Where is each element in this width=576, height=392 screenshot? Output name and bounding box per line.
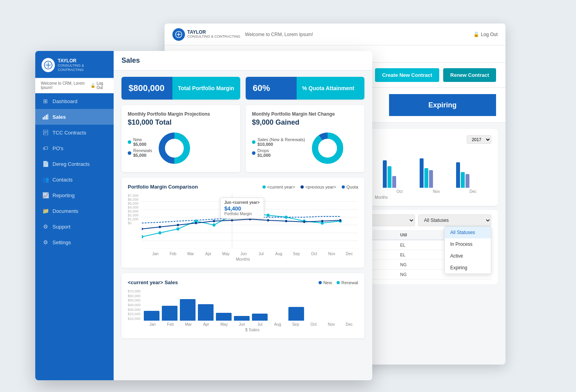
month-dec: Dec xyxy=(456,189,490,194)
sidebar-logo-icon xyxy=(42,58,55,72)
kpi-row: $800,000 Total Portfolio Margin 60% % Qu… xyxy=(121,77,364,100)
tcc-contracts-icon xyxy=(42,129,49,136)
sales-bar-jul-new xyxy=(252,314,268,321)
sidebar-item-reporting[interactable]: 📈 Reporting xyxy=(35,187,114,203)
legend-sales-new-renewals: Sales (New & Renewals)$10,000 xyxy=(252,137,305,147)
renewals-dot xyxy=(128,151,131,155)
svg-rect-9 xyxy=(46,115,47,120)
line-chart-x-labels: Jan Feb Mar Apr May Jun Jul Aug Sep Oct … xyxy=(128,252,358,256)
svg-point-44 xyxy=(213,220,215,222)
back-logout-button[interactable]: 🔓 Log Out xyxy=(473,32,498,37)
line-chart-header: Portfolio Margin Comparison <current yea… xyxy=(128,184,358,190)
lbl-feb: Feb xyxy=(164,252,182,256)
dropdown-in-process[interactable]: In Process xyxy=(445,238,491,250)
lbl-may: May xyxy=(217,252,235,256)
projections-donut xyxy=(157,131,192,166)
quota-dot xyxy=(342,185,345,189)
lbl-jul: Jul xyxy=(252,252,270,256)
sidebar-item-dashboard[interactable]: ⊞ Dashboard xyxy=(35,93,114,109)
sales-dashboard-window: TAYLOR CONSULTING & CONTRACTING Welcome … xyxy=(35,51,372,380)
page-header: Sales xyxy=(114,51,372,71)
bar-ea-nov xyxy=(420,158,424,188)
sidebar-item-dereg-contracts[interactable]: 📄 Dereg Contracts xyxy=(35,156,114,172)
svg-point-30 xyxy=(176,227,179,230)
sales-chart-content: $70,000 $60,000 $50,000 $40,000 $30,000 … xyxy=(128,289,358,327)
sales-lbl-jun: Jun xyxy=(233,322,251,327)
svg-point-47 xyxy=(267,219,269,221)
legend-renewal-sales: Renewal xyxy=(337,280,358,285)
sales-lbl-may: May xyxy=(215,322,233,327)
sales-chart-header: <current year> Sales New Renewal xyxy=(128,279,358,285)
svg-point-17 xyxy=(166,140,183,157)
month-nov: Nov xyxy=(420,189,453,194)
sidebar-item-documents[interactable]: 📁 Documents xyxy=(35,203,114,219)
sales-nr-dot xyxy=(252,140,255,144)
sidebar-item-support[interactable]: ⚙ Support xyxy=(35,219,114,234)
front-mini-topbar: Welcome to CRM, Lorem Ipsum! 🔓 Log Out xyxy=(35,78,114,93)
net-change-legend: Sales (New & Renewals)$10,000 Drops$1,00… xyxy=(252,137,305,159)
create-new-contract-button[interactable]: Create New Contract xyxy=(375,68,439,82)
sales-chart-legend: New Renewal xyxy=(319,280,358,285)
sidebar-item-tcc-contracts[interactable]: TCC Contracts xyxy=(35,125,114,140)
legend-new: New$5,000 xyxy=(128,137,152,147)
renewal-sales-dot xyxy=(337,281,340,284)
sales-x-axis-label: $ Sales xyxy=(128,327,358,332)
sales-bar-aug-group xyxy=(270,320,286,321)
bar-ea-dec xyxy=(456,162,460,188)
net-change-total: $9,000 Gained xyxy=(252,118,358,127)
sidebar-item-sales[interactable]: Sales xyxy=(35,109,114,125)
monthly-projections-card: Monthly Portfolio Margin Projections $10… xyxy=(121,105,240,172)
year-select[interactable]: 2017 2016 xyxy=(467,135,491,144)
month-oct: Oct xyxy=(383,189,417,194)
dropdown-all-statuses[interactable]: All Statuses xyxy=(445,227,491,238)
legend-drops: Drops$1,000 xyxy=(252,148,305,158)
renew-contract-button[interactable]: Renew Contract xyxy=(443,68,496,82)
kpi-quota-value: 60% xyxy=(246,77,297,100)
sales-lbl-jul: Jul xyxy=(251,322,269,327)
documents-icon: 📁 xyxy=(42,208,49,214)
all-statuses-select[interactable]: All Statuses In Process Active Expiring xyxy=(418,214,491,226)
svg-point-40 xyxy=(142,228,143,230)
pos-icon: 🏷 xyxy=(42,145,49,151)
svg-point-35 xyxy=(266,214,269,217)
svg-rect-7 xyxy=(43,117,44,120)
status-dropdown: All Statuses In Process Active Expiring xyxy=(444,226,491,274)
front-welcome-text: Welcome to CRM, Lorem Ipsum! xyxy=(41,81,91,90)
sales-lbl-feb: Feb xyxy=(161,322,179,327)
support-icon: ⚙ xyxy=(42,223,49,230)
sales-lbl-oct: Oct xyxy=(304,322,322,327)
net-change-content: Sales (New & Renewals)$10,000 Drops$1,00… xyxy=(252,131,358,166)
dropdown-active[interactable]: Active xyxy=(445,250,491,262)
sales-x-labels: Jan Feb Mar Apr May Jun Jul Aug Sep Oct … xyxy=(144,322,358,327)
reporting-icon: 📈 xyxy=(42,192,49,198)
sales-lbl-jan: Jan xyxy=(144,322,162,327)
dereg-contracts-icon: 📄 xyxy=(42,161,49,167)
bar-um-nov xyxy=(424,168,428,188)
sales-bar-oct-group xyxy=(306,320,322,321)
sales-bar-chart xyxy=(144,289,358,321)
sales-lbl-sep: Sep xyxy=(287,322,305,327)
sales-bar-jan-new xyxy=(144,311,159,321)
back-welcome: Welcome to CRM, Lorem Ipsum! xyxy=(245,32,313,37)
svg-rect-10 xyxy=(47,114,48,120)
svg-point-50 xyxy=(321,220,323,222)
front-logout-button[interactable]: 🔓 Log Out xyxy=(91,81,108,90)
back-logo: TAYLOR CONSULTING & CONTRACTING xyxy=(172,28,240,41)
line-chart-x-axis-label: Months xyxy=(128,257,358,261)
dropdown-expiring[interactable]: Expiring xyxy=(445,262,491,274)
svg-point-28 xyxy=(142,235,143,238)
line-chart-svg-container: Jun <current year> $4,400 Portfolio Marg… xyxy=(142,194,358,250)
sidebar-item-contacts[interactable]: 👥 Contacts xyxy=(35,172,114,187)
bar-ds-nov xyxy=(429,170,433,188)
sales-bar-sep-new xyxy=(288,307,304,321)
contacts-icon: 👥 xyxy=(42,176,49,183)
sidebar-item-settings[interactable]: ⚙ Settings xyxy=(35,234,114,250)
kpi-quota-label: % Quota Attainment xyxy=(297,77,364,100)
main-scroll: $800,000 Total Portfolio Margin 60% % Qu… xyxy=(114,71,372,380)
new-dot xyxy=(128,140,131,144)
sales-bar-may-new xyxy=(216,313,232,321)
sidebar-item-pos[interactable]: 🏷 PO's xyxy=(35,140,114,156)
sidebar-nav: ⊞ Dashboard Sales xyxy=(35,93,114,250)
legend-current-year: <current year> xyxy=(263,185,295,189)
sidebar-logo: TAYLOR CONSULTING & CONTRACTING xyxy=(35,51,114,78)
